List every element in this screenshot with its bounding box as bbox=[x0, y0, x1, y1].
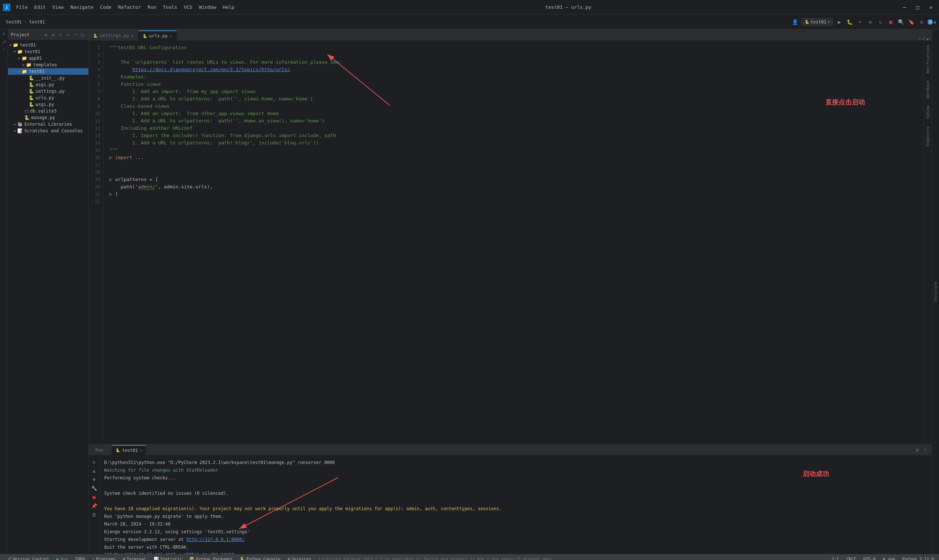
menu-navigate[interactable]: Navigate bbox=[68, 3, 97, 11]
menu-file[interactable]: File bbox=[13, 3, 31, 11]
run-button[interactable]: ▶ bbox=[835, 18, 843, 26]
notification-area[interactable]: 2 ▲ bbox=[928, 19, 936, 25]
status-tab-services[interactable]: ⚙ Services bbox=[284, 554, 315, 560]
search-everywhere-button[interactable]: 🔍 bbox=[897, 18, 905, 26]
run-panel-icons: ⚙ ─ bbox=[914, 447, 929, 453]
status-services-label: Services bbox=[291, 557, 311, 560]
menu-vcs[interactable]: VCS bbox=[181, 3, 195, 11]
run-output[interactable]: D:\python311\python.exe "D:/PyCharm 2023… bbox=[100, 455, 932, 554]
menu-view[interactable]: View bbox=[49, 3, 67, 11]
run-stop-icon[interactable]: ■ bbox=[91, 494, 97, 500]
tab-urls-close[interactable]: ✕ bbox=[170, 34, 172, 38]
ext-libs-icon: 📚 bbox=[17, 122, 23, 127]
run-tab-close[interactable]: ✕ bbox=[140, 448, 142, 452]
menu-edit[interactable]: Edit bbox=[31, 3, 48, 11]
panel-minimize-icon[interactable]: ─ bbox=[72, 32, 78, 38]
status-tab-statistic[interactable]: 📊 Statistic bbox=[150, 554, 186, 560]
panel-settings-icon[interactable]: ⚙ bbox=[43, 32, 49, 38]
tree-asgi[interactable]: 🐍 asgi.py bbox=[8, 82, 88, 88]
status-run-label: Run bbox=[60, 557, 68, 560]
panel-sort-icon[interactable]: ↕ bbox=[58, 32, 63, 38]
run-line-4 bbox=[104, 482, 927, 489]
debug-button[interactable]: 🐛 bbox=[845, 18, 854, 26]
bookmark-button[interactable]: 🔖 bbox=[907, 18, 915, 26]
maximize-button[interactable]: □ bbox=[913, 2, 923, 12]
tree-init-label: __init__.py bbox=[35, 75, 65, 81]
sqview-panel-label[interactable]: SqView bbox=[926, 103, 930, 121]
tree-arrow-scratch: ▶ bbox=[14, 129, 16, 133]
run-restart-icon[interactable]: ↻ bbox=[91, 458, 97, 465]
run-pin-icon[interactable]: 📌 bbox=[91, 503, 97, 509]
user-icon[interactable]: 👤 bbox=[791, 18, 799, 26]
tree-manage[interactable]: 🐍 manage.py bbox=[8, 114, 88, 121]
tree-app01[interactable]: ▶ 📁 app01 bbox=[8, 55, 88, 62]
tree-db[interactable]: 🗃 db.sqlite3 bbox=[8, 108, 88, 114]
menu-tools[interactable]: Tools bbox=[160, 3, 180, 11]
minimize-button[interactable]: ─ bbox=[899, 2, 910, 12]
profile-button[interactable]: ⊕ bbox=[866, 18, 874, 26]
run-wrench-icon[interactable]: 🔧 bbox=[91, 485, 97, 491]
menu-code[interactable]: Code bbox=[97, 3, 114, 11]
breadcrumb-up[interactable]: ▲ bbox=[927, 37, 929, 41]
run-trash-icon[interactable]: 🗑 bbox=[91, 511, 97, 518]
run-link-get[interactable]: [28/Mar/2024 19:32:42] "GET / HTTP/1.1" … bbox=[104, 552, 234, 554]
status-tab-problems[interactable]: ⚠ Problems bbox=[88, 554, 119, 560]
status-tab-terminal[interactable]: ⊞ Terminal bbox=[119, 554, 150, 560]
run-with-coverage-button[interactable]: ☂ bbox=[856, 18, 864, 26]
status-tab-console[interactable]: 🐍 Python Console bbox=[236, 554, 284, 560]
run-up-icon[interactable]: ▲ bbox=[91, 467, 97, 474]
panel-list-icon[interactable]: ≡ bbox=[50, 32, 56, 38]
git-icon[interactable]: ⎇ bbox=[1, 38, 7, 45]
update-button[interactable]: ↻ bbox=[876, 18, 884, 26]
notification-count: 2 bbox=[928, 19, 933, 25]
close-button[interactable]: ✕ bbox=[926, 2, 936, 12]
menu-run[interactable]: Run bbox=[145, 3, 159, 11]
project-panel-toggle[interactable]: P bbox=[1, 31, 7, 37]
status-bar-left: ⎇ Version Control ▶ Run TODO ⚠ Problems … bbox=[3, 554, 552, 560]
run-settings-icon[interactable]: ⚙ bbox=[914, 447, 920, 453]
tree-wsgi[interactable]: 🐍 wsgi.py bbox=[8, 101, 88, 108]
code-content[interactable]: """test01 URL Configuration The `urlpatt… bbox=[103, 41, 924, 444]
menu-help[interactable]: Help bbox=[220, 3, 237, 11]
status-tab-run[interactable]: ▶ Run bbox=[53, 554, 71, 560]
tree-root[interactable]: ▼ 📁 test01 bbox=[8, 42, 88, 48]
tab-settings-close[interactable]: ✕ bbox=[131, 34, 133, 38]
menu-window[interactable]: Window bbox=[196, 3, 219, 11]
commit-icon[interactable]: ✓ bbox=[1, 45, 7, 52]
menu-refactor[interactable]: Refactor bbox=[115, 3, 144, 11]
notifications-panel-label[interactable]: Notifications bbox=[926, 43, 930, 75]
status-tab-packages[interactable]: 📦 Python Packages bbox=[186, 554, 236, 560]
run-minimize-icon[interactable]: ─ bbox=[922, 447, 929, 453]
code-line-15: """ bbox=[109, 146, 918, 154]
status-charset[interactable]: UTF-8 bbox=[861, 557, 878, 560]
status-spaces[interactable]: 4 spa bbox=[881, 557, 897, 560]
tree-project-folder[interactable]: ▼ 📁 test01 bbox=[8, 48, 88, 55]
tab-urls[interactable]: 🐍 urls.py ✕ bbox=[138, 31, 177, 41]
run-tab-test01[interactable]: 🐍 test01 ✕ bbox=[112, 445, 146, 455]
endpoints-panel-label[interactable]: Endpoints bbox=[926, 124, 930, 148]
status-position[interactable]: 1:1 bbox=[830, 557, 841, 560]
structure-label[interactable]: Structure bbox=[933, 280, 937, 304]
tree-urls[interactable]: 🐍 urls.py bbox=[8, 95, 88, 101]
status-tab-vcs[interactable]: ⎇ Version Control bbox=[3, 554, 53, 560]
run-down-icon[interactable]: ▼ bbox=[91, 476, 97, 483]
stop-button[interactable]: ■ bbox=[887, 18, 894, 26]
tab-settings[interactable]: 🐍 settings.py ✕ bbox=[89, 31, 138, 41]
run-line-11: Starting development server at http://12… bbox=[104, 536, 927, 543]
tree-scratches[interactable]: ▶ 📝 Scratches and Consoles bbox=[8, 128, 88, 134]
tree-test01-selected[interactable]: ▼ 📁 test01 bbox=[8, 68, 88, 75]
database-panel-label[interactable]: Database bbox=[926, 78, 930, 100]
tree-init[interactable]: 🐍 __init__.py bbox=[8, 75, 88, 82]
tree-ext-libs[interactable]: ▶ 📚 External Libraries bbox=[8, 121, 88, 128]
server-link[interactable]: http://127.0.0.1:8000/ bbox=[187, 537, 245, 542]
status-tab-todo[interactable]: TODO bbox=[71, 554, 89, 560]
status-python-version[interactable]: Python 3.11.0 bbox=[900, 557, 936, 560]
run-config-dropdown[interactable]: 🐍 test01 ▼ bbox=[802, 18, 833, 26]
panel-maximize-icon[interactable]: □ bbox=[80, 32, 85, 38]
tree-settings[interactable]: 🐍 settings.py bbox=[8, 88, 88, 95]
panel-expand-icon[interactable]: ↔ bbox=[65, 32, 71, 38]
status-crlf[interactable]: CRLF bbox=[844, 557, 858, 560]
tree-templates[interactable]: ▶ 📁 templates bbox=[8, 62, 88, 68]
settings-button[interactable]: ⚙ bbox=[917, 18, 925, 26]
structure-sidebar: Structure bbox=[932, 29, 939, 554]
